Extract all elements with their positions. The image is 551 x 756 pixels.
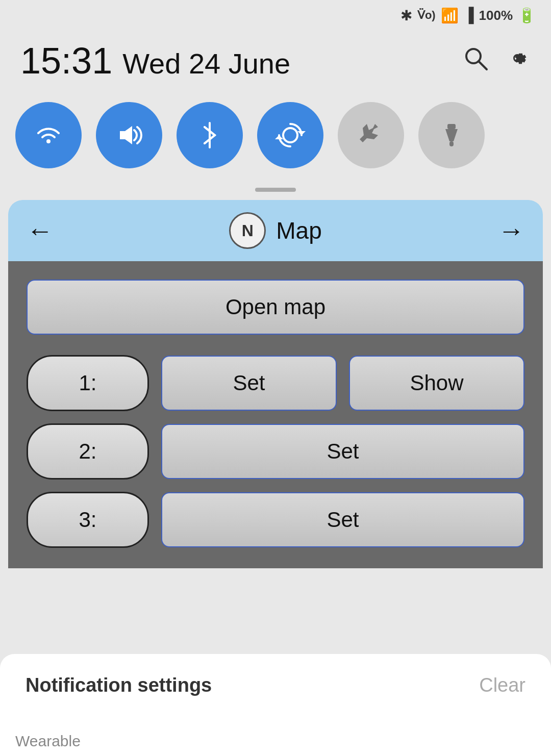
waypoint-1-show-button[interactable]: Show — [349, 356, 524, 411]
notification-card: ← N Map → Open map 1: Set Show — [8, 200, 543, 568]
current-time: 15:31 — [20, 42, 112, 79]
notification-settings-button[interactable]: Notification settings — [26, 674, 212, 696]
clear-button[interactable]: Clear — [479, 674, 525, 696]
open-map-button[interactable]: Open map — [27, 280, 524, 335]
wearable-label: Wearable — [15, 733, 81, 750]
waypoint-2-set-button[interactable]: Set — [161, 424, 524, 479]
header-row: 15:31 Wed 24 June — [0, 31, 551, 92]
wifi-toggle[interactable] — [15, 102, 82, 168]
signal-bars-icon: ▐ — [464, 7, 474, 23]
svg-marker-4 — [297, 131, 306, 135]
drag-handle — [0, 184, 551, 200]
svg-point-3 — [283, 128, 297, 142]
current-date: Wed 24 June — [122, 47, 290, 80]
battery-percentage: 100% — [479, 8, 513, 23]
bluetooth-toggle[interactable] — [177, 102, 243, 168]
svg-rect-6 — [447, 124, 456, 129]
search-button[interactable] — [462, 45, 489, 78]
status-bar: ✱ V̈o) 📶 ▐ 100% 🔋 — [0, 0, 551, 31]
settings-button[interactable] — [504, 45, 531, 78]
prev-notification-button[interactable]: ← — [27, 217, 53, 244]
waypoint-row-1: 1: Set Show — [27, 355, 524, 411]
notification-header: ← N Map → — [8, 200, 543, 261]
waypoint-3-set-button[interactable]: Set — [161, 492, 524, 547]
time-date-block: 15:31 Wed 24 June — [20, 42, 290, 80]
waypoint-2-label[interactable]: 2: — [27, 423, 149, 480]
app-title: Map — [276, 217, 321, 244]
flashlight-toggle[interactable] — [418, 102, 485, 168]
app-icon-letter: N — [242, 221, 254, 240]
bluetooth-icon: ✱ — [400, 7, 412, 24]
waypoint-1-set-button[interactable]: Set — [161, 356, 337, 411]
sound-toggle[interactable] — [96, 102, 162, 168]
lte-icon: V̈o) — [417, 9, 436, 22]
drag-handle-bar — [255, 188, 296, 192]
battery-icon: 🔋 — [518, 7, 536, 24]
app-info: N Map — [229, 212, 321, 249]
waypoint-3-label[interactable]: 3: — [27, 492, 149, 548]
waypoints-container: 1: Set Show 2: Set — [27, 355, 524, 548]
status-icons: ✱ V̈o) 📶 ▐ 100% 🔋 — [400, 7, 536, 24]
svg-rect-7 — [449, 141, 454, 146]
rotation-toggle[interactable] — [257, 102, 323, 168]
quick-settings — [0, 92, 551, 184]
notification-content: Open map 1: Set Show 2: — [8, 261, 543, 568]
waypoint-1-label[interactable]: 1: — [27, 355, 149, 411]
next-notification-button[interactable]: → — [498, 217, 524, 244]
bottom-bar: Notification settings Clear Wearable — [0, 654, 551, 756]
svg-marker-5 — [275, 135, 283, 139]
airplane-toggle[interactable] — [338, 102, 404, 168]
waypoint-row-2: 2: Set — [27, 423, 524, 480]
header-actions — [462, 45, 531, 78]
wifi-icon: 📶 — [441, 7, 459, 24]
svg-line-1 — [479, 61, 487, 69]
app-icon: N — [229, 212, 266, 249]
waypoint-row-3: 3: Set — [27, 492, 524, 548]
